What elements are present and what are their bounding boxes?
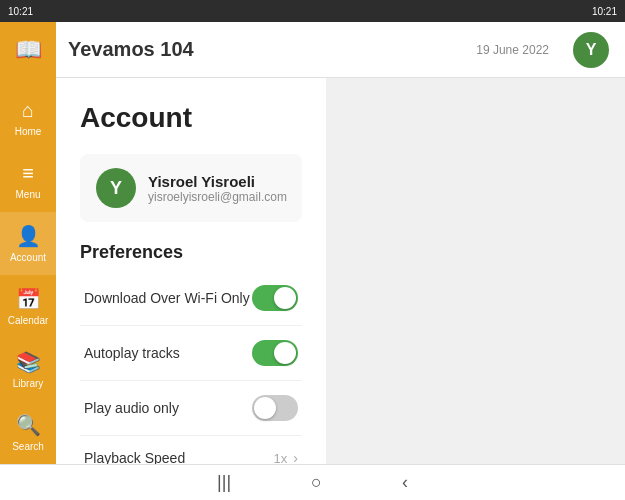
page-title: Account [80, 102, 302, 134]
header-left: 📖 Yevamos 104 [0, 22, 194, 78]
nav-menu-icon[interactable]: ||| [217, 472, 231, 493]
bottom-bar: ||| ○ ‹ [0, 464, 625, 500]
app-title: Yevamos 104 [68, 38, 194, 61]
toggle-autoplay[interactable] [252, 340, 298, 366]
sidebar-item-home[interactable]: ⌂ Home [0, 86, 56, 149]
sidebar-label-home: Home [15, 126, 42, 137]
sidebar: ⌂ Home ≡ Menu 👤 Account 📅 Calendar 📚 Lib… [0, 78, 56, 464]
pref-row-autoplay: Autoplay tracks [80, 326, 302, 381]
nav-home-icon[interactable]: ○ [311, 472, 322, 493]
header-date: 19 June 2022 [476, 43, 549, 57]
menu-icon: ≡ [22, 162, 34, 185]
user-card: Y Yisroel Yisroeli yisroelyisroeli@gmail… [80, 154, 302, 222]
toggle-knob-autoplay [274, 342, 296, 364]
pref-row-audio-only: Play audio only [80, 381, 302, 436]
status-time-left: 10:21 [8, 6, 33, 17]
preferences-title: Preferences [80, 242, 302, 263]
sidebar-label-calendar: Calendar [8, 315, 49, 326]
chevron-speed-icon: › [293, 450, 298, 464]
calendar-icon: 📅 [16, 287, 41, 311]
user-name: Yisroel Yisroeli [148, 173, 287, 190]
pref-label-wifi: Download Over Wi-Fi Only [84, 290, 250, 306]
sidebar-item-search[interactable]: 🔍 Search [0, 401, 56, 464]
sidebar-item-menu[interactable]: ≡ Menu [0, 149, 56, 212]
sidebar-label-search: Search [12, 441, 44, 452]
app-body: ⌂ Home ≡ Menu 👤 Account 📅 Calendar 📚 Lib… [0, 78, 625, 464]
sidebar-label-menu: Menu [15, 189, 40, 200]
home-icon: ⌂ [22, 99, 34, 122]
nav-back-icon[interactable]: ‹ [402, 472, 408, 493]
status-time-right: 10:21 [592, 6, 617, 17]
right-panel [326, 78, 625, 464]
sidebar-item-account[interactable]: 👤 Account [0, 212, 56, 275]
pref-label-autoplay: Autoplay tracks [84, 345, 180, 361]
sidebar-item-calendar[interactable]: 📅 Calendar [0, 275, 56, 338]
library-icon: 📚 [16, 350, 41, 374]
pref-label-speed: Playback Speed [84, 450, 185, 464]
app-logo: 📖 [0, 22, 56, 78]
toggle-wifi[interactable] [252, 285, 298, 311]
status-bar-left: 10:21 [8, 6, 33, 17]
status-bar-right: 10:21 [592, 6, 617, 17]
pref-right-speed: 1x › [274, 450, 298, 464]
pref-value-speed: 1x [274, 451, 288, 465]
status-bar: 10:21 10:21 [0, 0, 625, 22]
pref-label-audio-only: Play audio only [84, 400, 179, 416]
pref-row-speed[interactable]: Playback Speed 1x › [80, 436, 302, 464]
header: 📖 Yevamos 104 19 June 2022 Y [0, 22, 625, 78]
search-icon: 🔍 [16, 413, 41, 437]
header-avatar[interactable]: Y [573, 32, 609, 68]
pref-row-wifi: Download Over Wi-Fi Only [80, 271, 302, 326]
user-avatar: Y [96, 168, 136, 208]
book-icon: 📖 [15, 37, 42, 63]
user-info: Yisroel Yisroeli yisroelyisroeli@gmail.c… [148, 173, 287, 204]
account-icon: 👤 [16, 224, 41, 248]
user-avatar-letter: Y [110, 178, 122, 199]
sidebar-item-library[interactable]: 📚 Library [0, 338, 56, 401]
sidebar-label-library: Library [13, 378, 44, 389]
toggle-knob-wifi [274, 287, 296, 309]
sidebar-label-account: Account [10, 252, 46, 263]
header-avatar-letter: Y [586, 41, 597, 59]
toggle-knob-audio-only [254, 397, 276, 419]
user-email: yisroelyisroeli@gmail.com [148, 190, 287, 204]
toggle-audio-only[interactable] [252, 395, 298, 421]
main-content: Account Y Yisroel Yisroeli yisroelyisroe… [56, 78, 326, 464]
